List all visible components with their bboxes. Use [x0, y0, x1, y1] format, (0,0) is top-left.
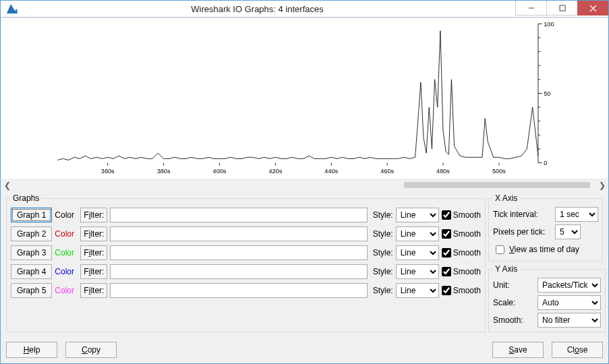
svg-text:480s: 480s: [436, 168, 450, 175]
smooth-label: Smooth:: [493, 315, 535, 325]
xaxis-panel: X Axis Tick interval: 1 sec Pixels per t…: [488, 193, 603, 262]
color-label: Color: [55, 267, 78, 276]
yaxis-panel: Y Axis Unit: Packets/Tick Scale: Auto Sm…: [488, 264, 606, 332]
close-button-bottom[interactable]: Close: [552, 342, 603, 358]
unit-label: Unit:: [493, 280, 535, 290]
smooth-checkbox[interactable]: [442, 248, 451, 257]
minimize-button[interactable]: [515, 1, 546, 16]
smooth-label: Smooth: [453, 229, 481, 239]
copy-button[interactable]: Copy: [65, 342, 117, 358]
color-label: Color: [55, 229, 78, 239]
svg-text:0: 0: [544, 160, 547, 166]
smooth-checkbox-wrap[interactable]: Smooth: [442, 210, 481, 220]
style-select[interactable]: Line: [396, 226, 439, 241]
filter-button[interactable]: Filter:: [80, 245, 107, 260]
save-button[interactable]: Save: [492, 342, 544, 358]
smooth-label: Smooth: [453, 248, 481, 257]
color-label: Color: [55, 248, 78, 257]
style-select[interactable]: Line: [396, 245, 439, 260]
smooth-select[interactable]: No filter: [538, 313, 601, 328]
smooth-label: Smooth: [453, 286, 481, 295]
filter-button[interactable]: Filter:: [80, 283, 107, 298]
style-label: Style:: [373, 286, 393, 295]
graph-toggle-button[interactable]: Graph 3: [11, 245, 52, 260]
style-select[interactable]: Line: [396, 264, 439, 279]
tick-interval-select[interactable]: 1 sec: [555, 207, 598, 222]
tick-interval-label: Tick interval:: [493, 210, 552, 219]
graph-row-1: Graph 1ColorFilter:Style:LineSmooth: [11, 207, 481, 223]
svg-rect-1: [560, 5, 565, 11]
smooth-label: Smooth: [453, 267, 481, 276]
smooth-checkbox-wrap[interactable]: Smooth: [442, 286, 481, 295]
graph-toggle-button[interactable]: Graph 5: [11, 283, 52, 298]
window-title: Wireshark IO Graphs: 4 interfaces: [1, 4, 514, 14]
filter-input[interactable]: [110, 264, 367, 279]
window-controls: [515, 1, 608, 16]
graphs-panel-title: Graphs: [11, 193, 41, 203]
xaxis-panel-title: X Axis: [493, 193, 519, 203]
pixels-per-tick-label: Pixels per tick:: [493, 227, 552, 237]
graph-row-2: Graph 2ColorFilter:Style:LineSmooth: [11, 226, 481, 242]
smooth-checkbox[interactable]: [442, 210, 451, 220]
graph-row-3: Graph 3ColorFilter:Style:LineSmooth: [11, 245, 481, 261]
svg-text:380s: 380s: [157, 168, 171, 175]
svg-text:500s: 500s: [492, 168, 506, 175]
style-label: Style:: [373, 210, 393, 220]
scale-label: Scale:: [493, 298, 535, 307]
scroll-left-icon[interactable]: ❮: [1, 179, 13, 191]
svg-text:460s: 460s: [380, 168, 394, 175]
pixels-per-tick-select[interactable]: 5: [555, 224, 581, 239]
app-icon-sharkfin: [5, 1, 20, 16]
unit-select[interactable]: Packets/Tick: [538, 278, 601, 293]
graph-toggle-button[interactable]: Graph 4: [11, 264, 52, 279]
io-graph-chart[interactable]: 050100360s380s400s420s440s460s480s500s: [1, 18, 608, 179]
smooth-label: Smooth: [453, 210, 481, 220]
svg-text:400s: 400s: [213, 168, 227, 175]
style-label: Style:: [373, 248, 393, 257]
controls-area: Graphs Graph 1ColorFilter:Style:LineSmoo…: [1, 191, 608, 363]
filter-input[interactable]: [110, 208, 367, 222]
close-button[interactable]: [577, 1, 608, 16]
svg-text:420s: 420s: [268, 168, 282, 175]
graph-toggle-button[interactable]: Graph 2: [11, 226, 52, 241]
scroll-track[interactable]: [13, 179, 596, 191]
style-label: Style:: [373, 229, 393, 239]
yaxis-panel-title: Y Axis: [493, 264, 519, 274]
svg-text:360s: 360s: [101, 168, 115, 175]
filter-input[interactable]: [110, 283, 367, 298]
style-label: Style:: [373, 267, 393, 276]
app-window: Wireshark IO Graphs: 4 interfaces 050100…: [0, 0, 609, 364]
scale-select[interactable]: Auto: [538, 295, 601, 310]
color-label: Color: [55, 286, 78, 295]
svg-text:100: 100: [544, 21, 554, 28]
titlebar: Wireshark IO Graphs: 4 interfaces: [1, 1, 608, 18]
view-time-checkbox[interactable]: [496, 245, 504, 254]
chart-scrollbar[interactable]: ❮ ❯: [1, 179, 608, 191]
filter-button[interactable]: Filter:: [80, 208, 107, 222]
svg-text:440s: 440s: [324, 168, 338, 175]
scroll-right-icon[interactable]: ❯: [596, 179, 608, 191]
smooth-checkbox-wrap[interactable]: Smooth: [442, 248, 481, 257]
graph-toggle-button[interactable]: Graph 1: [11, 208, 52, 222]
filter-input[interactable]: [110, 245, 367, 260]
bottom-button-bar: Help Copy Save Close: [6, 332, 603, 358]
graph-row-4: Graph 4ColorFilter:Style:LineSmooth: [11, 264, 481, 280]
filter-button[interactable]: Filter:: [80, 226, 107, 241]
style-select[interactable]: Line: [396, 283, 439, 298]
color-label: Color: [55, 210, 78, 220]
graph-row-5: Graph 5ColorFilter:Style:LineSmooth: [11, 282, 481, 299]
help-button[interactable]: Help: [6, 342, 57, 358]
maximize-button[interactable]: [546, 1, 577, 16]
filter-input[interactable]: [110, 226, 367, 241]
svg-text:50: 50: [544, 90, 550, 97]
view-time-label[interactable]: View as time of day: [509, 245, 579, 254]
smooth-checkbox[interactable]: [442, 267, 451, 276]
graphs-panel: Graphs Graph 1ColorFilter:Style:LineSmoo…: [6, 193, 486, 332]
smooth-checkbox-wrap[interactable]: Smooth: [442, 229, 481, 239]
scroll-thumb[interactable]: [404, 182, 591, 188]
smooth-checkbox[interactable]: [442, 286, 451, 295]
style-select[interactable]: Line: [396, 208, 439, 222]
smooth-checkbox[interactable]: [442, 229, 451, 239]
filter-button[interactable]: Filter:: [80, 264, 107, 279]
smooth-checkbox-wrap[interactable]: Smooth: [442, 267, 481, 276]
